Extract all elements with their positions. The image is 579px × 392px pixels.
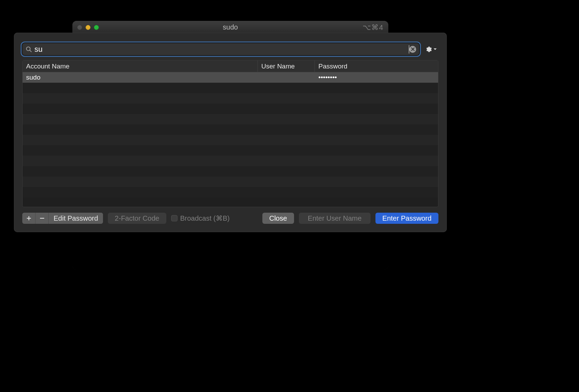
chevron-down-icon	[433, 47, 437, 51]
table-row	[23, 135, 438, 145]
broadcast-checkbox[interactable]	[171, 215, 177, 221]
cell-password: ••••••••	[315, 72, 438, 83]
enter-user-name-button[interactable]: Enter User Name	[299, 213, 371, 224]
window-zoom-button[interactable]	[94, 25, 99, 30]
search-input[interactable]	[32, 44, 410, 55]
table-row	[23, 124, 438, 135]
window-close-button[interactable]	[77, 25, 82, 30]
svg-line-1	[30, 50, 32, 52]
add-account-button[interactable]	[22, 213, 35, 224]
enter-password-button[interactable]: Enter Password	[375, 213, 438, 224]
edit-segmented-control: Edit Password	[22, 213, 103, 224]
table-row	[23, 156, 438, 166]
table-row	[23, 114, 438, 124]
edit-password-button[interactable]: Edit Password	[49, 213, 103, 224]
table-row	[23, 104, 438, 114]
minus-icon	[39, 215, 45, 221]
remove-account-button[interactable]	[35, 213, 49, 224]
table-header: Account Name User Name Password	[23, 60, 438, 72]
broadcast-label: Broadcast (⌘B)	[180, 214, 230, 222]
table-row	[23, 187, 438, 197]
traffic-lights	[77, 25, 99, 30]
column-header-account[interactable]: Account Name	[23, 60, 258, 72]
cell-account: sudo	[23, 72, 258, 83]
broadcast-checkbox-group[interactable]: Broadcast (⌘B)	[171, 214, 230, 222]
password-manager-sheet: Account Name User Name Password sudo••••…	[14, 33, 447, 232]
table-row	[23, 93, 438, 104]
cell-user	[258, 76, 315, 79]
table-row[interactable]: sudo••••••••	[23, 72, 438, 83]
column-header-password[interactable]: Password	[315, 60, 438, 72]
close-icon	[411, 47, 415, 51]
two-factor-code-button[interactable]: 2-Factor Code	[108, 213, 166, 224]
titlebar: sudo ⌥⌘4	[72, 21, 388, 34]
window-title: sudo	[72, 23, 388, 31]
window-shortcut-hint: ⌥⌘4	[363, 23, 383, 32]
table-row	[23, 145, 438, 156]
svg-point-0	[26, 47, 30, 50]
table-row	[23, 177, 438, 187]
close-button[interactable]: Close	[262, 213, 294, 224]
column-header-user[interactable]: User Name	[258, 60, 315, 72]
settings-menu-button[interactable]	[423, 44, 438, 55]
gear-icon	[425, 46, 433, 53]
window-minimize-button[interactable]	[86, 25, 90, 30]
accounts-table: Account Name User Name Password sudo••••…	[22, 60, 438, 207]
search-icon	[25, 46, 32, 53]
search-field[interactable]	[22, 43, 419, 55]
search-row	[14, 33, 447, 60]
clear-search-button[interactable]	[409, 46, 416, 53]
footer-toolbar: Edit Password 2-Factor Code Broadcast (⌘…	[14, 207, 447, 232]
plus-icon	[26, 215, 32, 221]
table-row	[23, 83, 438, 93]
table-body: sudo••••••••	[23, 72, 438, 207]
table-row	[23, 166, 438, 177]
